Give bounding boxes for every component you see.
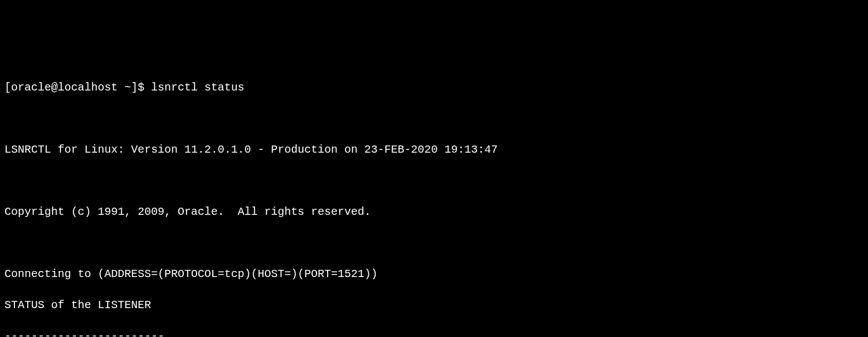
- copyright-line: Copyright (c) 1991, 2009, Oracle. All ri…: [4, 204, 864, 220]
- connecting-line: Connecting to (ADDRESS=(PROTOCOL=tcp)(HO…: [4, 266, 864, 282]
- blank-line: [4, 235, 864, 251]
- blank-line: [4, 111, 864, 127]
- separator-line: ------------------------: [4, 329, 864, 337]
- prompt-line-1: [oracle@localhost ~]$ lsnrctl status: [4, 80, 864, 95]
- terminal[interactable]: [oracle@localhost ~]$ lsnrctl status LSN…: [4, 64, 864, 337]
- shell-prompt: [oracle@localhost ~]$: [4, 81, 151, 94]
- status-header: STATUS of the LISTENER: [4, 298, 864, 313]
- command-text: lsnrctl status: [151, 81, 244, 94]
- blank-line: [4, 173, 864, 189]
- lsnrctl-header: LSNRCTL for Linux: Version 11.2.0.1.0 - …: [4, 142, 864, 158]
